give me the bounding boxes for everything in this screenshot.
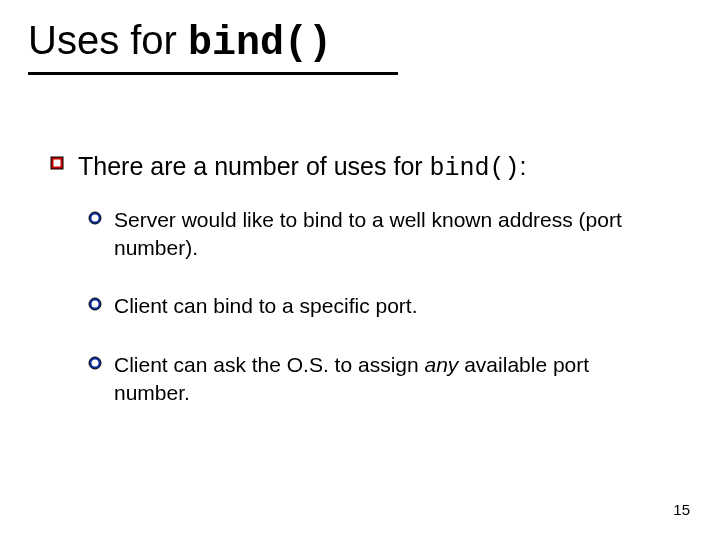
bullet-main-code: bind() <box>430 154 520 183</box>
svg-point-7 <box>92 359 99 366</box>
square-bullet-icon <box>50 156 64 170</box>
title-prefix: Uses for <box>28 18 188 62</box>
circle-bullet-icon <box>88 356 102 370</box>
sub-bullet-1: Client can bind to a specific port. <box>50 292 660 320</box>
bullet-main-suffix: : <box>520 152 527 180</box>
bullet-main-prefix: There are a number of uses for <box>78 152 430 180</box>
slide-title: Uses for bind() <box>28 18 692 66</box>
title-underline <box>28 72 398 75</box>
sub-bullet-2-em: any <box>425 353 459 376</box>
svg-point-5 <box>92 301 99 308</box>
svg-point-3 <box>92 214 99 221</box>
page-number: 15 <box>673 501 690 518</box>
bullet-main: There are a number of uses for bind(): <box>50 150 660 186</box>
svg-rect-1 <box>54 160 61 167</box>
circle-bullet-icon <box>88 297 102 311</box>
slide: { "title": { "prefix": "Uses for ", "cod… <box>0 0 720 540</box>
sub-bullet-1-text: Client can bind to a specific port. <box>114 294 418 317</box>
title-code: bind() <box>188 21 332 66</box>
sub-bullet-2-pre: Client can ask the O.S. to assign <box>114 353 425 376</box>
circle-bullet-icon <box>88 211 102 225</box>
sub-bullet-2: Client can ask the O.S. to assign any av… <box>50 351 660 408</box>
slide-body: There are a number of uses for bind(): S… <box>50 150 660 437</box>
sub-bullet-0-text: Server would like to bind to a well know… <box>114 208 622 259</box>
sub-bullet-0: Server would like to bind to a well know… <box>50 206 660 263</box>
